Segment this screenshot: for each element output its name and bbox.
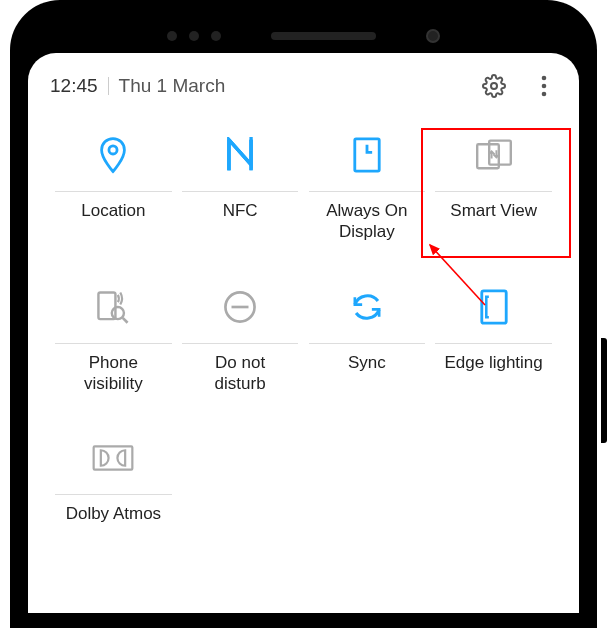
tile-nfc[interactable]: NFC: [177, 129, 304, 243]
tile-label: Dolby Atmos: [66, 503, 161, 545]
quick-settings-grid: Location NFC: [50, 129, 557, 545]
svg-rect-5: [355, 139, 379, 171]
tile-label: Do not disturb: [215, 352, 266, 395]
tile-edge-lighting[interactable]: Edge lighting: [430, 281, 557, 395]
dolby-icon: [50, 432, 177, 484]
screen: 12:45 Thu 1 March: [28, 53, 579, 613]
tile-smart-view[interactable]: Smart View: [430, 129, 557, 243]
tile-label: Location: [81, 200, 145, 242]
tile-always-on-display[interactable]: Always On Display: [304, 129, 431, 243]
tile-label: Smart View: [450, 200, 537, 242]
status-date: Thu 1 March: [119, 75, 226, 97]
more-icon[interactable]: [531, 73, 557, 99]
tile-do-not-disturb[interactable]: Do not disturb: [177, 281, 304, 395]
location-icon: [50, 129, 177, 181]
tile-dolby-atmos[interactable]: Dolby Atmos: [50, 432, 177, 545]
aod-icon: [304, 129, 431, 181]
tile-sync[interactable]: Sync: [304, 281, 431, 395]
tile-phone-visibility[interactable]: Phone visibility: [50, 281, 177, 395]
dnd-icon: [177, 281, 304, 333]
phone-visibility-icon: [50, 281, 177, 333]
svg-point-0: [491, 83, 497, 89]
sync-icon: [304, 281, 431, 333]
tile-label: Sync: [348, 352, 386, 394]
phone-frame: 12:45 Thu 1 March: [10, 0, 597, 628]
smart-view-icon: [430, 129, 557, 181]
edge-lighting-icon: [430, 281, 557, 333]
svg-rect-13: [94, 446, 133, 469]
svg-point-4: [109, 146, 117, 154]
tile-label: Always On Display: [326, 200, 407, 243]
phone-side-button: [601, 338, 607, 443]
clock-time: 12:45: [50, 75, 98, 97]
tile-label: Edge lighting: [444, 352, 542, 394]
svg-point-3: [542, 92, 547, 97]
tile-location[interactable]: Location: [50, 129, 177, 243]
gear-icon[interactable]: [481, 73, 507, 99]
tile-label: Phone visibility: [84, 352, 143, 395]
phone-notch: [28, 18, 579, 53]
divider: [108, 77, 109, 95]
nfc-icon: [177, 129, 304, 181]
svg-point-2: [542, 84, 547, 89]
svg-point-1: [542, 76, 547, 81]
svg-point-9: [112, 307, 124, 319]
tile-label: NFC: [223, 200, 258, 242]
status-bar: 12:45 Thu 1 March: [50, 71, 557, 101]
